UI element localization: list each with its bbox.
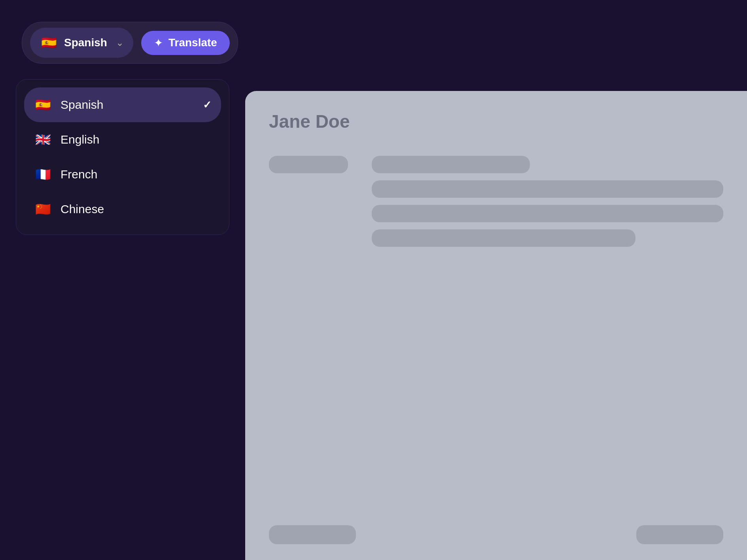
- french-flag-icon: 🇫🇷: [34, 165, 53, 184]
- card-bottom: [269, 525, 723, 544]
- checkmark-icon: ✓: [203, 99, 212, 111]
- sparkle-icon: ✦: [154, 36, 163, 49]
- dropdown-item-label-chinese: Chinese: [61, 202, 212, 216]
- dropdown-item-chinese[interactable]: 🇨🇳 Chinese: [24, 192, 221, 227]
- translate-button-label: Translate: [168, 36, 217, 49]
- spanish-flag-icon: 🇪🇸: [34, 95, 53, 114]
- language-dropdown: 🇪🇸 Spanish ✓ 🇬🇧 English 🇫🇷 French 🇨🇳 Chi…: [16, 79, 229, 235]
- skeleton-block: [372, 229, 635, 247]
- skeleton-block-bottom-left: [269, 525, 356, 544]
- translate-button[interactable]: ✦ Translate: [141, 31, 230, 55]
- language-selector[interactable]: 🇪🇸 Spanish ⌄: [30, 28, 133, 58]
- dropdown-item-label-spanish: Spanish: [61, 98, 195, 112]
- dropdown-item-spanish[interactable]: 🇪🇸 Spanish ✓: [24, 87, 221, 122]
- card-right-column: [372, 156, 723, 247]
- uk-flag-icon: 🇬🇧: [34, 130, 53, 149]
- skeleton-block: [372, 180, 723, 198]
- dropdown-item-label-french: French: [61, 168, 212, 181]
- dropdown-item-french[interactable]: 🇫🇷 French: [24, 157, 221, 192]
- skeleton-block: [269, 156, 348, 173]
- card-left-column: [269, 156, 348, 247]
- profile-card: Jane Doe: [245, 91, 747, 560]
- chinese-flag-icon: 🇨🇳: [34, 200, 53, 219]
- skeleton-block-bottom-right: [636, 525, 723, 544]
- skeleton-block: [372, 156, 530, 173]
- dropdown-item-label-english: English: [61, 133, 212, 146]
- card-name: Jane Doe: [269, 111, 723, 132]
- card-content: [269, 156, 723, 247]
- dropdown-item-english[interactable]: 🇬🇧 English: [24, 122, 221, 157]
- spanish-flag-icon: 🇪🇸: [40, 33, 59, 52]
- top-bar: 🇪🇸 Spanish ⌄ ✦ Translate: [22, 22, 238, 64]
- skeleton-block: [372, 205, 723, 222]
- selected-language-label: Spanish: [64, 36, 107, 49]
- chevron-down-icon: ⌄: [116, 37, 124, 48]
